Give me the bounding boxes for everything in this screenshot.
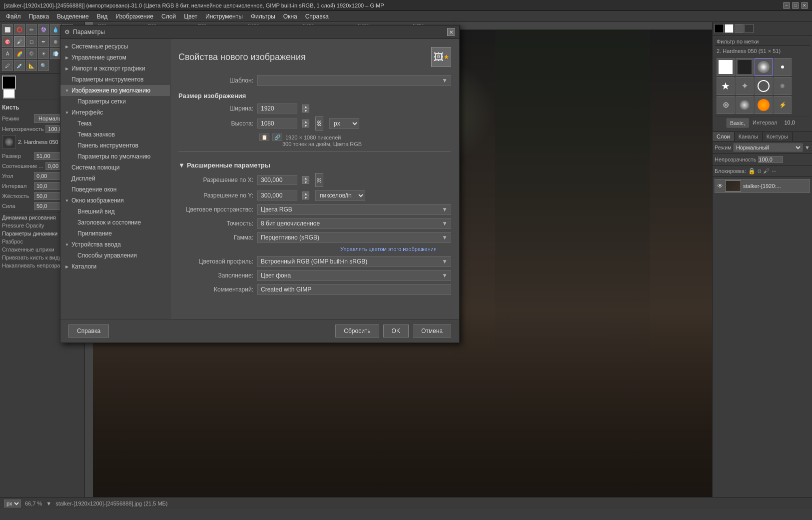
tool-fuzzy-select[interactable]: 🔮	[38, 24, 49, 35]
brush-item-splatter[interactable]: ✦	[736, 77, 754, 95]
sidebar-item-input-devices[interactable]: ▼ Устройства ввода	[60, 239, 170, 250]
unit-dropdown[interactable]: px mm in	[329, 118, 359, 129]
width-input[interactable]	[257, 104, 297, 114]
brush-item-dark[interactable]	[736, 58, 754, 76]
brush-item-misc4[interactable]: ⚡	[774, 96, 792, 114]
tool-text[interactable]: A	[2, 48, 13, 59]
tab-channels[interactable]: Каналы	[735, 132, 763, 141]
cancel-button[interactable]: Отмена	[413, 324, 451, 338]
sidebar-item-folders[interactable]: ▶ Каталоги	[60, 261, 170, 272]
sidebar-item-help[interactable]: Система помощи	[60, 162, 170, 173]
chain-button[interactable]: ⛓	[315, 116, 323, 130]
brush-item-round-soft[interactable]	[755, 58, 773, 76]
swatch-black[interactable]	[715, 24, 724, 33]
lock-alpha-icon[interactable]: α	[758, 168, 761, 174]
sidebar-item-control-methods[interactable]: Способы управления	[60, 250, 170, 261]
collapse-icon[interactable]: ▼	[178, 162, 185, 169]
tool-blur[interactable]: 💨	[50, 48, 61, 59]
tool-ink[interactable]: 🖊	[2, 60, 13, 71]
menu-view[interactable]: Вид	[93, 12, 112, 21]
sidebar-item-snapping[interactable]: Прилипание	[60, 228, 170, 239]
menu-tools[interactable]: Инструменты	[201, 12, 247, 21]
tool-color-picker[interactable]: 💉	[14, 60, 25, 71]
sidebar-item-tool-options[interactable]: Параметры инструментов	[60, 74, 170, 85]
sidebar-item-grid-params[interactable]: Параметры сетки	[60, 96, 170, 107]
tool-foreground-select[interactable]: 🎯	[2, 36, 13, 47]
fg-color-swatch[interactable]	[2, 76, 16, 90]
tool-free-select[interactable]: ✏	[26, 24, 37, 35]
width-down[interactable]: ▼	[302, 108, 309, 112]
sidebar-item-system-resources[interactable]: ▶ Системные ресурсы	[60, 41, 170, 52]
sidebar-item-title-status[interactable]: Заголовок и состояние	[60, 217, 170, 228]
tool-clone[interactable]: ©	[26, 48, 37, 59]
sidebar-item-default-params[interactable]: Параметры по умолчанию	[60, 151, 170, 162]
precision-select[interactable]: 8 бит целочисленное ▼	[257, 218, 451, 229]
template-select[interactable]: ▼	[257, 75, 451, 86]
tab-paths[interactable]: Контуры	[763, 132, 793, 141]
unit-select[interactable]: px	[4, 500, 21, 508]
color-profile-select[interactable]: Встроенный RGB (GIMP built-in sRGB) ▼	[257, 256, 451, 267]
swatch-white[interactable]	[725, 24, 734, 33]
menu-edit[interactable]: Правка	[25, 12, 53, 21]
reset-button[interactable]: Сбросить	[335, 324, 379, 338]
brush-item-orange[interactable]	[755, 96, 773, 114]
swatch-dark[interactable]	[745, 24, 754, 33]
sidebar-item-image-window[interactable]: ▼ Окно изображения	[60, 195, 170, 206]
close-button[interactable]: ✕	[801, 2, 808, 9]
brush-item-misc1[interactable]: ✸	[774, 77, 792, 95]
xres-up[interactable]: ▲	[302, 176, 309, 180]
preferences-dialog[interactable]: ⚙ Параметры ✕ ▶ Системные ресурсы ▶ Упра…	[60, 25, 460, 343]
tool-paint[interactable]: 🖌	[14, 36, 25, 47]
menu-select[interactable]: Выделение	[53, 12, 93, 21]
minimize-button[interactable]: –	[783, 2, 790, 9]
lock-icon[interactable]: 🔒	[748, 168, 756, 174]
sidebar-item-appearance[interactable]: Внешний вид	[60, 206, 170, 217]
brush-item-circle-outline[interactable]	[755, 77, 773, 95]
fill-select[interactable]: Цвет фона ▼	[257, 270, 451, 281]
sidebar-item-interface[interactable]: ▼ Интерфейс	[60, 107, 170, 118]
ok-button[interactable]: OK	[383, 324, 409, 338]
sidebar-item-theme[interactable]: Тема	[60, 118, 170, 129]
tool-eraser[interactable]: ◻	[26, 36, 37, 47]
layer-visibility-toggle[interactable]: 👁	[717, 182, 723, 190]
res-unit-dropdown[interactable]: пикселов/in пикселов/mm	[315, 190, 365, 201]
tool-color-select[interactable]: 💧	[50, 24, 61, 35]
height-input[interactable]	[257, 118, 297, 128]
brush-item-misc3[interactable]	[736, 96, 754, 114]
menu-windows[interactable]: Окна	[279, 12, 301, 21]
menu-help[interactable]: Справка	[301, 12, 333, 21]
comment-input[interactable]	[257, 284, 451, 295]
menu-layer[interactable]: Слой	[157, 12, 180, 21]
swatch-gray[interactable]	[735, 24, 744, 33]
brush-item-dots[interactable]	[774, 58, 792, 76]
sidebar-item-display[interactable]: Дисплей	[60, 173, 170, 184]
xres-down[interactable]: ▼	[302, 180, 309, 184]
menu-file[interactable]: Файл	[2, 12, 25, 21]
tab-layers[interactable]: Слои	[713, 132, 735, 141]
yres-down[interactable]: ▼	[302, 196, 309, 200]
brush-panel-tab[interactable]: Basic,	[727, 118, 749, 128]
tool-ellipse-select[interactable]: ⭕	[14, 24, 25, 35]
brush-item-star[interactable]: ★	[717, 77, 735, 95]
sidebar-item-color-management[interactable]: ▶ Управление цветом	[60, 52, 170, 63]
dialog-close-button[interactable]: ✕	[447, 28, 455, 36]
gamma-select[interactable]: Перцептивно (sRGB) ▼	[257, 232, 451, 243]
menu-image[interactable]: Изображение	[111, 12, 157, 21]
height-up[interactable]: ▲	[302, 120, 309, 124]
xres-chain[interactable]: ⛓	[315, 173, 323, 187]
tool-measure[interactable]: 📐	[26, 60, 37, 71]
brush-preview[interactable]	[2, 135, 16, 149]
tool-blend[interactable]: 🌈	[14, 48, 25, 59]
tool-rect-select[interactable]: ⬜	[2, 24, 13, 35]
sidebar-item-window-behavior[interactable]: Поведение окон	[60, 184, 170, 195]
layer-opacity-input[interactable]	[758, 156, 783, 163]
brush-item-square-white[interactable]	[717, 58, 735, 76]
copy-icon[interactable]: 📋	[259, 134, 269, 141]
sidebar-item-icon-theme[interactable]: Тема значков	[60, 129, 170, 140]
xres-input[interactable]	[257, 175, 297, 185]
maximize-button[interactable]: □	[792, 2, 799, 9]
sidebar-item-default-image[interactable]: ▼ Изображение по умолчанию	[60, 85, 170, 96]
layer-mode-select[interactable]: Нормальный	[734, 144, 803, 152]
brush-item-misc2[interactable]: ⊕	[717, 96, 735, 114]
color-space-select[interactable]: Цвета RGB ▼	[257, 204, 451, 215]
